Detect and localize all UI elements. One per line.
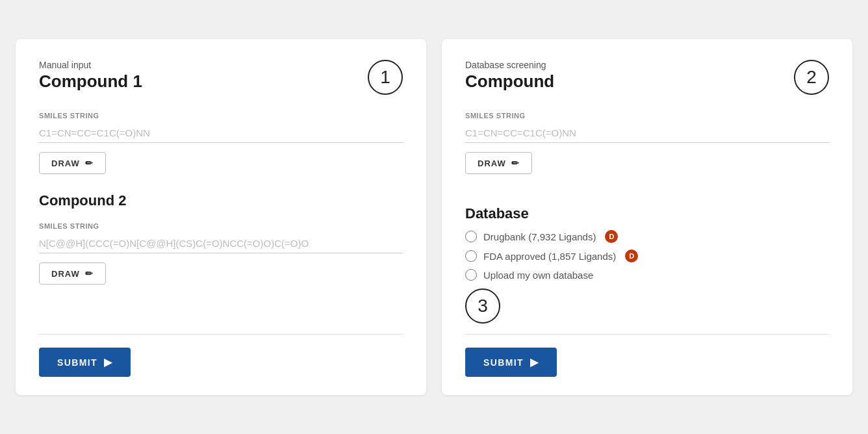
- card-header-right: Database screening Compound 2: [465, 60, 829, 95]
- database-option-fda[interactable]: FDA approved (1,857 Ligands) D: [465, 249, 829, 262]
- database-option-upload[interactable]: Upload my own database: [465, 269, 829, 281]
- right-submit-label: SUBMIT: [483, 357, 524, 368]
- compound2-draw-label: DRAW: [51, 269, 80, 279]
- compound1-draw-label: DRAW: [51, 159, 80, 168]
- pencil-icon-2: ✏: [85, 268, 94, 279]
- compound1-section: SMILES string DRAW ✏: [39, 99, 403, 187]
- pencil-icon-3: ✏: [511, 158, 520, 168]
- right-submit-button[interactable]: SUBMIT ▶: [465, 348, 557, 377]
- compound1-smiles-input[interactable]: [39, 123, 403, 143]
- card-subtitle-left: Manual input: [39, 60, 142, 70]
- database-label-fda: FDA approved (1,857 Ligands): [483, 251, 616, 262]
- compound1-smiles-label: SMILES string: [39, 112, 403, 120]
- database-radio-drugbank[interactable]: [465, 231, 477, 242]
- database-heading: Database: [465, 205, 829, 222]
- compound2-draw-button[interactable]: DRAW ✏: [39, 262, 106, 285]
- manual-input-card: Manual input Compound 1 1 SMILES string …: [16, 39, 426, 395]
- left-submit-label: SUBMIT: [57, 357, 97, 368]
- right-smiles-label: SMILES string: [465, 112, 829, 120]
- card-title-right: Compound: [465, 71, 554, 92]
- step-circle-3: 3: [465, 288, 500, 324]
- database-radio-fda[interactable]: [465, 250, 477, 262]
- card-subtitle-right: Database screening: [465, 60, 554, 70]
- right-draw-label: DRAW: [478, 159, 506, 168]
- right-compound-section: SMILES string DRAW ✏: [465, 99, 829, 187]
- compound2-heading: Compound 2: [39, 192, 403, 209]
- left-arrow-icon: ▶: [104, 356, 112, 368]
- right-smiles-input[interactable]: [465, 123, 829, 143]
- database-radio-group: Drugbank (7,932 Ligands) D FDA approved …: [465, 230, 829, 281]
- right-arrow-icon: ▶: [530, 356, 539, 368]
- drugbank-badge: D: [605, 230, 618, 243]
- left-submit-area: SUBMIT ▶: [39, 334, 403, 377]
- database-option-drugbank[interactable]: Drugbank (7,932 Ligands) D: [465, 230, 829, 243]
- compound2-section: Compound 2 SMILES string DRAW ✏: [39, 192, 403, 298]
- card-header-left: Manual input Compound 1 1: [39, 60, 403, 95]
- step-circle-2: 2: [794, 60, 829, 95]
- right-draw-button[interactable]: DRAW ✏: [465, 152, 532, 174]
- page-wrapper: Manual input Compound 1 1 SMILES string …: [0, 23, 868, 411]
- card-title-block-right: Database screening Compound: [465, 60, 554, 92]
- database-screening-card: Database screening Compound 2 SMILES str…: [442, 39, 852, 395]
- database-radio-upload[interactable]: [465, 269, 477, 281]
- left-submit-button[interactable]: SUBMIT ▶: [39, 348, 131, 377]
- database-label-drugbank: Drugbank (7,932 Ligands): [483, 231, 596, 242]
- left-divider: [39, 303, 403, 324]
- compound2-smiles-label: SMILES string: [39, 222, 403, 230]
- card-title-block-left: Manual input Compound 1: [39, 60, 142, 92]
- compound2-smiles-input[interactable]: [39, 234, 403, 253]
- compound1-draw-button[interactable]: DRAW ✏: [39, 152, 106, 174]
- fda-badge: D: [625, 249, 638, 262]
- pencil-icon-1: ✏: [85, 158, 94, 168]
- right-submit-area: SUBMIT ▶: [465, 334, 829, 377]
- card-title-left: Compound 1: [39, 71, 142, 92]
- database-label-upload: Upload my own database: [483, 270, 593, 281]
- step-circle-1: 1: [368, 60, 403, 95]
